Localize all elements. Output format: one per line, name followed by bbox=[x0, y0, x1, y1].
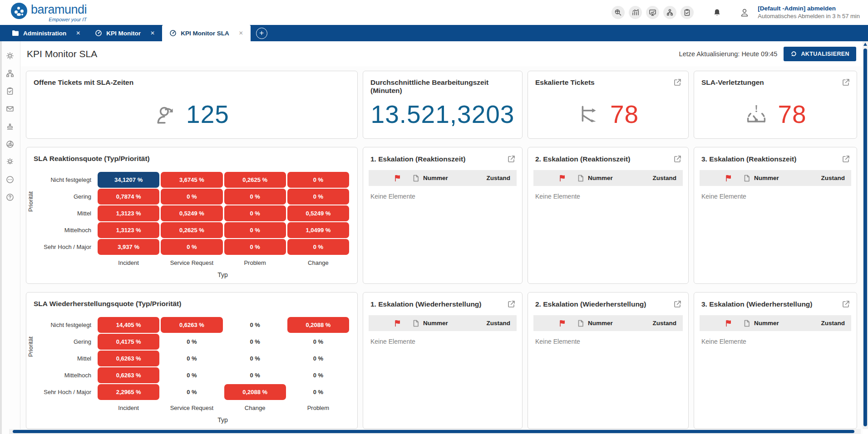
column-state[interactable]: Zustand bbox=[487, 320, 511, 327]
user-icon[interactable] bbox=[737, 5, 752, 20]
external-link-icon[interactable] bbox=[673, 78, 682, 87]
heatmap-cell[interactable]: 0 % bbox=[287, 384, 349, 400]
heatmap-cell[interactable]: 0 % bbox=[161, 239, 222, 255]
heatmap-cell[interactable]: 1,0499 % bbox=[287, 222, 349, 238]
heatmap-cell[interactable]: 0 % bbox=[161, 367, 222, 383]
heatmap-cell[interactable]: 0 % bbox=[287, 334, 349, 350]
bell-icon[interactable] bbox=[710, 5, 724, 20]
idea-icon[interactable] bbox=[5, 157, 15, 166]
external-link-icon[interactable] bbox=[841, 300, 850, 309]
column-state[interactable]: Zustand bbox=[821, 175, 845, 181]
hierarchy-icon[interactable] bbox=[5, 69, 15, 78]
document-icon[interactable] bbox=[744, 320, 750, 327]
external-link-icon[interactable] bbox=[841, 155, 850, 164]
heatmap-cell[interactable]: 0 % bbox=[161, 334, 222, 350]
heatmap-cell[interactable]: 0,5249 % bbox=[161, 205, 222, 221]
mail-icon[interactable] bbox=[5, 104, 15, 113]
heatmap-cell[interactable]: 0 % bbox=[287, 367, 349, 383]
heatmap-cell[interactable]: 0 % bbox=[161, 351, 222, 366]
heatmap-cell[interactable]: 0 % bbox=[287, 172, 349, 188]
column-number[interactable]: Nummer bbox=[588, 320, 613, 327]
column-state[interactable]: Zustand bbox=[653, 175, 677, 181]
scroll-up-icon[interactable] bbox=[863, 43, 867, 46]
column-number[interactable]: Nummer bbox=[588, 175, 613, 181]
tab-close-icon[interactable]: ✕ bbox=[239, 30, 243, 36]
tab-close-icon[interactable]: ✕ bbox=[150, 30, 155, 36]
analytics-icon[interactable] bbox=[629, 6, 642, 19]
heatmap-cell[interactable]: 0,2625 % bbox=[161, 222, 222, 238]
stamp-icon[interactable] bbox=[5, 122, 15, 131]
flag-icon[interactable] bbox=[394, 320, 401, 327]
external-link-icon[interactable] bbox=[673, 155, 682, 164]
horizontal-scrollbar[interactable] bbox=[9, 429, 861, 434]
presentation-icon[interactable] bbox=[646, 6, 659, 19]
add-tab-button[interactable]: + bbox=[256, 28, 267, 39]
column-state[interactable]: Zustand bbox=[821, 320, 845, 327]
clipboard-icon[interactable] bbox=[5, 87, 15, 96]
heatmap-cell[interactable]: 0 % bbox=[224, 222, 286, 238]
heatmap-cell[interactable]: 0 % bbox=[224, 334, 286, 350]
flag-icon[interactable] bbox=[559, 175, 566, 182]
heatmap-cell[interactable]: 0,6263 % bbox=[98, 351, 159, 366]
tab-kpi-monitor-sla[interactable]: KPI Monitor SLA ✕ bbox=[162, 25, 251, 41]
tab-administration[interactable]: Administration ✕ bbox=[5, 25, 88, 41]
document-icon[interactable] bbox=[577, 320, 584, 327]
flag-icon[interactable] bbox=[725, 320, 732, 327]
disc-icon[interactable] bbox=[5, 140, 15, 149]
heatmap-cell[interactable]: 0 % bbox=[224, 317, 286, 333]
heatmap-cell[interactable]: 2,2965 % bbox=[98, 384, 159, 400]
column-number[interactable]: Nummer bbox=[754, 175, 779, 181]
column-number[interactable]: Nummer bbox=[754, 320, 779, 327]
column-state[interactable]: Zustand bbox=[653, 320, 677, 327]
document-icon[interactable] bbox=[413, 320, 419, 327]
tasks-icon[interactable] bbox=[681, 6, 694, 19]
heatmap-cell[interactable]: 0,2088 % bbox=[287, 317, 349, 333]
heatmap-cell[interactable]: 0,2625 % bbox=[224, 172, 286, 188]
heatmap-cell[interactable]: 1,3123 % bbox=[98, 222, 159, 238]
tab-close-icon[interactable]: ✕ bbox=[76, 30, 80, 36]
external-link-icon[interactable] bbox=[841, 78, 850, 87]
heatmap-cell[interactable]: 0 % bbox=[287, 239, 349, 255]
heatmap-cell[interactable]: 0,2088 % bbox=[224, 384, 286, 400]
heatmap-cell[interactable]: 0,5249 % bbox=[287, 205, 349, 221]
column-state[interactable]: Zustand bbox=[487, 175, 511, 181]
logout-link[interactable]: [Default -Admin] abmelden bbox=[758, 5, 860, 13]
heatmap-cell[interactable]: 0 % bbox=[161, 384, 222, 400]
heatmap-cell[interactable]: 0,4175 % bbox=[98, 334, 159, 350]
heatmap-cell[interactable]: 0,6263 % bbox=[161, 317, 222, 333]
flag-icon[interactable] bbox=[394, 175, 401, 182]
heatmap-cell[interactable]: 0 % bbox=[224, 239, 286, 255]
heatmap-cell[interactable]: 0 % bbox=[224, 189, 286, 205]
heatmap-cell[interactable]: 0 % bbox=[224, 205, 286, 221]
heatmap-cell[interactable]: 1,3123 % bbox=[98, 205, 159, 221]
column-number[interactable]: Nummer bbox=[423, 320, 448, 327]
settings-icon[interactable] bbox=[5, 51, 15, 60]
tab-kpi-monitor[interactable]: KPI Monitor ✕ bbox=[88, 25, 162, 41]
external-link-icon[interactable] bbox=[507, 300, 516, 309]
column-number[interactable]: Nummer bbox=[423, 175, 448, 181]
vertical-scrollbar-thumb[interactable] bbox=[863, 49, 867, 426]
heatmap-cell[interactable]: 3,937 % bbox=[98, 239, 159, 255]
document-icon[interactable] bbox=[413, 175, 419, 182]
heatmap-cell[interactable]: 0 % bbox=[224, 367, 286, 383]
heatmap-cell[interactable]: 0 % bbox=[161, 189, 222, 205]
heatmap-cell[interactable]: 34,1207 % bbox=[98, 172, 159, 188]
vertical-scrollbar[interactable] bbox=[863, 41, 868, 429]
heatmap-cell[interactable]: 0 % bbox=[287, 189, 349, 205]
flag-icon[interactable] bbox=[725, 175, 732, 182]
refresh-button[interactable]: AKTUALISIEREN bbox=[784, 47, 856, 61]
heatmap-cell[interactable]: 0,7874 % bbox=[98, 189, 159, 205]
external-link-icon[interactable] bbox=[507, 155, 516, 164]
external-link-icon[interactable] bbox=[673, 300, 682, 309]
heatmap-cell[interactable]: 0 % bbox=[224, 351, 286, 366]
flag-icon[interactable] bbox=[559, 320, 566, 327]
org-users-icon[interactable] bbox=[663, 6, 676, 19]
heatmap-cell[interactable]: 14,405 % bbox=[98, 317, 159, 333]
more-icon[interactable] bbox=[5, 175, 15, 184]
heatmap-cell[interactable]: 3,6745 % bbox=[161, 172, 222, 188]
document-icon[interactable] bbox=[577, 175, 584, 182]
document-icon[interactable] bbox=[744, 175, 750, 182]
help-icon[interactable] bbox=[5, 193, 15, 202]
baramundi-logo[interactable]: baramundi Empower your IT bbox=[11, 3, 87, 22]
heatmap-cell[interactable]: 0,6263 % bbox=[98, 367, 159, 383]
